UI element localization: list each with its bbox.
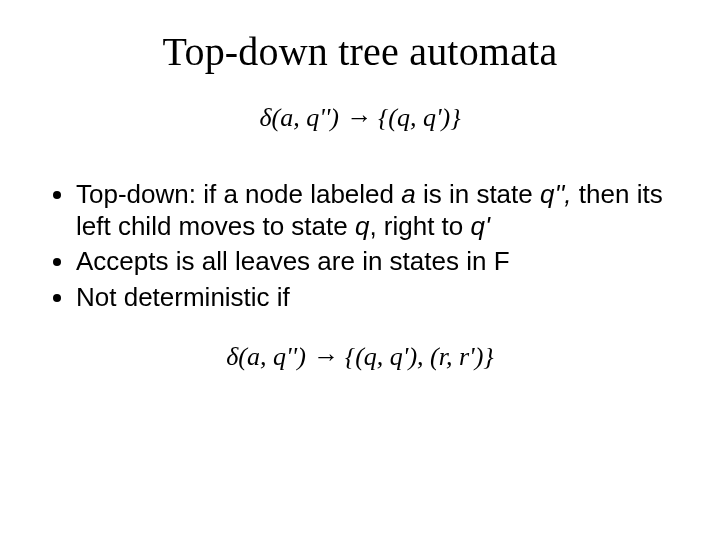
- bullet-3: Not deterministic if: [76, 282, 680, 314]
- text: is in state: [416, 179, 540, 209]
- var-q2: q'',: [540, 179, 579, 209]
- var-q: q: [355, 211, 369, 241]
- text: , right to: [369, 211, 470, 241]
- page-title: Top-down tree automata: [40, 28, 680, 75]
- formula-2: δ(a, q'') → {(q, q'), (r, r')}: [40, 342, 680, 372]
- slide: Top-down tree automata δ(a, q'') → {(q, …: [0, 0, 720, 540]
- bullet-1: Top-down: if a node labeled a is in stat…: [76, 179, 680, 242]
- var-qp: q': [471, 211, 490, 241]
- var-a: a: [401, 179, 415, 209]
- bullet-list: Top-down: if a node labeled a is in stat…: [50, 179, 680, 314]
- bullet-2: Accepts is all leaves are in states in F: [76, 246, 680, 278]
- text: Top-down: if a node labeled: [76, 179, 401, 209]
- formula-1: δ(a, q'') → {(q, q')}: [40, 103, 680, 133]
